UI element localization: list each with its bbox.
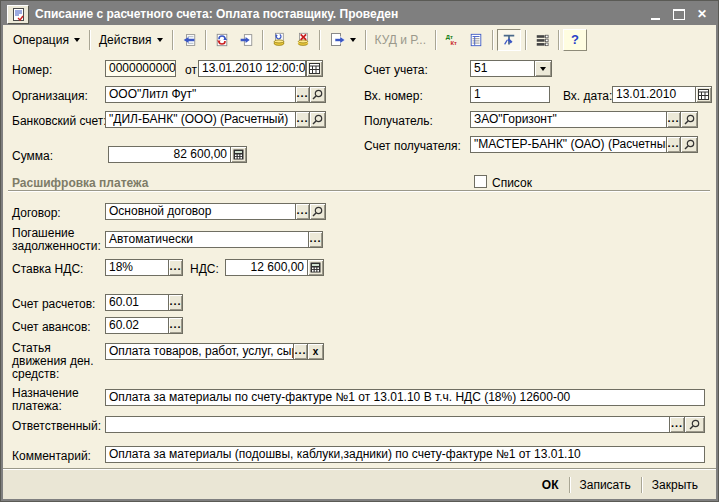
maximize-icon[interactable] xyxy=(673,9,685,20)
t-schema-toggle-button[interactable] xyxy=(497,29,521,51)
cash-flow-item-clear-button[interactable]: x xyxy=(307,343,324,360)
incoming-date-calendar-button[interactable] xyxy=(695,86,712,103)
close-button[interactable]: Закрыть xyxy=(642,475,708,495)
magnifier-icon xyxy=(684,114,695,125)
organization-open-button[interactable] xyxy=(309,86,326,103)
vat-field[interactable]: 12 600,00 xyxy=(225,259,308,276)
contract-label: Договор: xyxy=(12,207,61,220)
contract-select-button[interactable]: ... xyxy=(295,203,310,220)
number-field[interactable]: 00000000001 xyxy=(105,60,176,77)
write-button[interactable] xyxy=(234,29,258,51)
cash-flow-item-select-button[interactable]: ... xyxy=(293,343,308,360)
actions-menu-button[interactable]: Действия xyxy=(94,29,168,51)
incoming-number-field[interactable]: 1 xyxy=(470,86,550,103)
payee-account-field[interactable]: "МАСТЕР-БАНК" (ОАО) (Расчетный) xyxy=(470,136,667,153)
ellipsis-icon: ... xyxy=(296,205,308,215)
bank-account-label: Банковский счет: xyxy=(12,115,107,128)
list-settings-button[interactable] xyxy=(530,29,554,51)
document-app-icon xyxy=(7,5,29,24)
save-button[interactable]: Записать xyxy=(570,475,641,495)
toolbar-separator xyxy=(205,30,206,50)
advance-account-field[interactable]: 60.02 xyxy=(105,317,169,334)
list-checkbox[interactable] xyxy=(474,175,487,188)
comment-label: Комментарий: xyxy=(12,450,91,463)
payment-details-section-title: Расшифровка платежа xyxy=(12,176,148,190)
vat-calculator-button[interactable] xyxy=(307,259,324,276)
contract-open-button[interactable] xyxy=(309,203,326,220)
ellipsis-icon: ... xyxy=(309,233,321,243)
advance-account-select-button[interactable]: ... xyxy=(168,317,183,334)
payee-account-open-button[interactable] xyxy=(680,136,698,153)
ok-button[interactable]: ОК xyxy=(532,475,569,495)
unpost-button[interactable] xyxy=(291,29,315,51)
journal-button[interactable] xyxy=(464,29,488,51)
payee-field[interactable]: ЗАО"Горизонт" xyxy=(470,111,667,128)
responsible-open-button[interactable] xyxy=(684,416,705,433)
organization-select-button[interactable]: ... xyxy=(295,86,310,103)
calendar-icon xyxy=(309,63,320,74)
magnifier-icon xyxy=(312,114,323,125)
toolbar-separator xyxy=(525,30,526,50)
help-button[interactable]: ? xyxy=(563,29,587,51)
close-icon[interactable]: ✕ xyxy=(696,9,708,20)
contract-field[interactable]: Основной договор xyxy=(105,203,296,220)
incoming-date-field[interactable]: 13.01.2010 xyxy=(612,86,696,103)
repayment-label: Погашение задолженности: xyxy=(12,227,104,253)
organization-label: Организация: xyxy=(12,90,88,103)
comment-field[interactable]: Оплата за материалы (подошвы, каблуки,за… xyxy=(105,446,705,463)
minimize-icon[interactable] xyxy=(650,9,662,20)
magnifier-icon xyxy=(312,89,323,100)
settlement-account-field[interactable]: 60.01 xyxy=(105,294,169,311)
ellipsis-icon: ... xyxy=(671,418,683,428)
repayment-select-button[interactable]: ... xyxy=(308,231,323,248)
create-based-on-button[interactable] xyxy=(324,29,361,51)
calculator-icon xyxy=(310,262,321,273)
document-window: Списание с расчетного счета: Оплата пост… xyxy=(0,0,719,502)
vat-rate-select-button[interactable]: ... xyxy=(168,259,183,276)
amount-field[interactable]: 82 600,00 xyxy=(108,146,231,163)
calendar-icon xyxy=(698,89,709,100)
chevron-down-icon xyxy=(157,38,163,42)
svg-text:Кт: Кт xyxy=(450,40,457,46)
cash-flow-item-field[interactable]: Оплата товаров, работ, услуг, сырья xyxy=(105,343,294,360)
document-glyph xyxy=(12,8,25,21)
refresh-button[interactable] xyxy=(210,29,234,51)
dt-kt-button[interactable]: Дт Кт xyxy=(440,29,464,51)
list-settings-icon xyxy=(535,32,549,48)
amount-calculator-button[interactable] xyxy=(230,146,247,163)
responsible-select-button[interactable]: ... xyxy=(669,416,685,433)
bank-account-open-button[interactable] xyxy=(309,111,326,128)
ellipsis-icon: ... xyxy=(667,138,679,148)
ellipsis-icon: ... xyxy=(296,113,308,123)
payee-select-button[interactable]: ... xyxy=(666,111,681,128)
toolbar-separator xyxy=(262,30,263,50)
post-button[interactable] xyxy=(267,29,291,51)
date-field[interactable]: 13.01.2010 12:00:02 xyxy=(198,60,306,77)
unpost-icon xyxy=(296,31,310,48)
bank-account-field[interactable]: "ДИЛ-БАНК" (ООО) (Расчетный) xyxy=(105,111,296,128)
date-calendar-button[interactable] xyxy=(306,60,323,77)
ellipsis-icon: ... xyxy=(169,319,181,329)
toolbar-separator xyxy=(89,30,90,50)
bank-account-select-button[interactable]: ... xyxy=(295,111,310,128)
account-dropdown-button[interactable] xyxy=(534,60,552,77)
responsible-field[interactable] xyxy=(105,416,670,433)
vat-rate-field[interactable]: 18% xyxy=(105,259,169,276)
settlement-account-select-button[interactable]: ... xyxy=(168,294,183,311)
payment-purpose-field[interactable]: Оплата за материалы по счету-фактуре №1 … xyxy=(105,389,705,406)
reread-button[interactable] xyxy=(177,29,201,51)
organization-field[interactable]: ООО"Литл Фут" xyxy=(105,86,296,103)
toolbar-separator xyxy=(435,30,436,50)
repayment-field[interactable]: Автоматически xyxy=(105,231,309,248)
window-title: Списание с расчетного счета: Оплата пост… xyxy=(35,7,644,21)
account-select[interactable]: 51 xyxy=(470,60,535,77)
vat-rate-label: Ставка НДС: xyxy=(12,263,83,276)
payee-account-select-button[interactable]: ... xyxy=(666,136,681,153)
number-label: Номер: xyxy=(12,64,52,77)
incoming-date-label: Вх. дата: xyxy=(563,90,612,103)
titlebar[interactable]: Списание с расчетного счета: Оплата пост… xyxy=(3,3,716,25)
operation-menu-button[interactable]: Операция xyxy=(8,29,85,51)
refresh-icon xyxy=(215,32,229,48)
advance-account-label: Счет авансов: xyxy=(12,321,91,334)
payee-open-button[interactable] xyxy=(680,111,698,128)
